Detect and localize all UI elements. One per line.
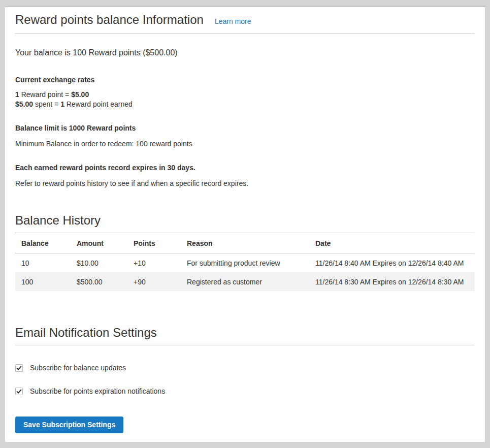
rate2-text1: spent = xyxy=(33,100,60,108)
balance-updates-option: Subscribe for balance updates xyxy=(15,364,475,372)
table-row: 100 $500.00 +90 Registered as customer 1… xyxy=(15,272,475,291)
page-title: Reward points balance Information xyxy=(15,13,204,27)
page-header: Reward points balance Information Learn … xyxy=(15,13,475,27)
column-header-reason: Reason xyxy=(181,233,309,253)
rate1-amount: $5.00 xyxy=(71,90,89,99)
email-notification-title: Email Notification Settings xyxy=(15,326,475,340)
exchange-rates-heading: Current exchange rates xyxy=(15,75,475,85)
column-header-date: Date xyxy=(309,233,475,253)
points-expiration-option: Subscribe for points expiration notifica… xyxy=(15,387,475,395)
learn-more-link[interactable]: Learn more xyxy=(215,17,251,25)
table-row: 10 $10.00 +10 For submitting product rev… xyxy=(15,253,475,273)
checkmark-icon xyxy=(16,366,22,370)
cell-balance: 10 xyxy=(15,253,71,273)
header-divider xyxy=(15,33,475,34)
email-notification-section: Email Notification Settings Subscribe fo… xyxy=(15,326,475,433)
save-subscription-settings-button[interactable]: Save Subscription Settings xyxy=(15,417,123,433)
cell-amount: $10.00 xyxy=(71,253,127,273)
column-header-amount: Amount xyxy=(71,233,127,253)
checkmark-icon xyxy=(16,389,22,394)
cell-reason: Registered as customer xyxy=(181,272,309,291)
balance-history-section: Balance History Balance Amount Points Re… xyxy=(15,213,475,291)
points-expiration-label: Subscribe for points expiration notifica… xyxy=(30,387,165,395)
rate2-amount: $5.00 xyxy=(15,100,33,108)
rate2-points: 1 xyxy=(60,100,64,108)
column-header-balance: Balance xyxy=(15,233,71,253)
balance-summary: Your balance is 100 Reward points ($500.… xyxy=(15,47,475,58)
table-header-row: Balance Amount Points Reason Date xyxy=(15,233,475,253)
balance-limit-text: Balance limit is 1000 Reward points xyxy=(15,123,475,133)
expiration-heading: Each earned reward points record expires… xyxy=(15,163,475,173)
email-section-divider xyxy=(15,345,475,345)
balance-updates-checkbox[interactable] xyxy=(15,364,23,372)
cell-date: 11/26/14 8:30 AM Expires on 12/26/14 8:3… xyxy=(309,272,475,291)
cell-points: +90 xyxy=(127,272,181,291)
rate2-text2: Reward point earned xyxy=(64,100,133,108)
cell-balance: 100 xyxy=(15,272,71,291)
expiration-note: Refer to reward points history to see if… xyxy=(15,179,475,188)
cell-date: 11/26/14 8:40 AM Expires on 12/26/14 8:4… xyxy=(309,253,475,273)
reward-points-panel: Reward points balance Information Learn … xyxy=(5,7,485,442)
cell-amount: $500.00 xyxy=(71,272,127,291)
column-header-points: Points xyxy=(127,233,181,253)
rate1-points: 1 xyxy=(15,90,19,99)
balance-history-title: Balance History xyxy=(15,213,475,228)
balance-updates-label: Subscribe for balance updates xyxy=(30,364,126,372)
points-expiration-checkbox[interactable] xyxy=(15,388,23,395)
minimum-balance-text: Minimum Balance in order to redeem: 100 … xyxy=(15,139,475,149)
exchange-rate-earning: 1 Reward point = $5.00 xyxy=(15,90,475,100)
balance-history-table: Balance Amount Points Reason Date 10 $10… xyxy=(15,233,475,291)
cell-points: +10 xyxy=(127,253,181,273)
exchange-rate-spending: $5.00 spent = 1 Reward point earned xyxy=(15,100,475,109)
rate1-text: Reward point = xyxy=(19,90,71,99)
cell-reason: For submitting product review xyxy=(181,253,309,273)
